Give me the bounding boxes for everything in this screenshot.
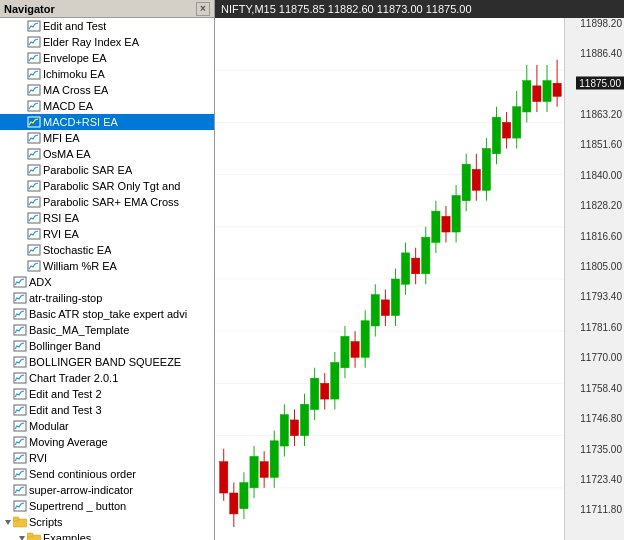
item-icon	[27, 52, 41, 64]
tree-item-examples[interactable]: Examples	[0, 530, 214, 540]
tree-item-modular[interactable]: Modular	[0, 418, 214, 434]
tree-item-william-r-ea[interactable]: William %R EA	[0, 258, 214, 274]
tree-item-edit-test-3[interactable]: Edit and Test 3	[0, 402, 214, 418]
tree-item-osma-ea[interactable]: OsMA EA	[0, 146, 214, 162]
tree-item-envelope-ea[interactable]: Envelope EA	[0, 50, 214, 66]
item-label: Basic_MA_Template	[29, 324, 129, 336]
item-icon	[27, 228, 41, 240]
price-label: 11828.20	[580, 200, 622, 211]
nav-tree[interactable]: Edit and Test Elder Ray Index EA Envelop…	[0, 18, 214, 540]
tree-item-send-cont[interactable]: Send continious order	[0, 466, 214, 482]
item-icon	[27, 132, 41, 144]
price-label: 11711.80	[580, 504, 622, 515]
chart-area: NIFTY,M15 11875.85 11882.60 11873.00 118…	[215, 0, 624, 540]
nav-close-button[interactable]: ×	[196, 2, 210, 16]
item-label: Edit and Test 2	[29, 388, 102, 400]
tree-item-mfi-ea[interactable]: MFI EA	[0, 130, 214, 146]
expand-arrow[interactable]	[4, 518, 13, 526]
svg-rect-96	[391, 279, 399, 316]
item-icon	[27, 100, 41, 112]
tree-item-scripts[interactable]: Scripts	[0, 514, 214, 530]
price-label: 11898.20	[580, 17, 622, 28]
svg-marker-34	[19, 536, 25, 540]
item-label: MA Cross EA	[43, 84, 108, 96]
tree-item-parabolic-sar-ea[interactable]: Parabolic SAR EA	[0, 162, 214, 178]
item-icon	[13, 404, 27, 416]
svg-rect-33	[13, 517, 19, 521]
svg-rect-36	[27, 533, 33, 537]
item-icon	[27, 148, 41, 160]
item-icon	[13, 420, 27, 432]
price-label: 11723.40	[580, 473, 622, 484]
tree-item-rvi-ea[interactable]: RVI EA	[0, 226, 214, 242]
svg-rect-104	[432, 211, 440, 242]
item-icon	[27, 532, 41, 540]
price-highlight-label: 11875.00	[576, 77, 624, 90]
item-label: Edit and Test 3	[29, 404, 102, 416]
tree-item-supertrend[interactable]: Supertrend _ button	[0, 498, 214, 514]
item-icon	[13, 516, 27, 528]
item-label: RSI EA	[43, 212, 79, 224]
item-label: Stochastic EA	[43, 244, 111, 256]
item-label: Bollinger Band	[29, 340, 101, 352]
tree-item-edit-test-2[interactable]: Edit and Test 2	[0, 386, 214, 402]
tree-item-super-arrow[interactable]: super-arrow-indicator	[0, 482, 214, 498]
tree-item-adx[interactable]: ADX	[0, 274, 214, 290]
chart-symbol-info: NIFTY,M15 11875.85 11882.60 11873.00 118…	[221, 3, 472, 15]
svg-rect-106	[442, 216, 450, 232]
tree-item-stochastic-ea[interactable]: Stochastic EA	[0, 242, 214, 258]
tree-item-bollinger-band[interactable]: Bollinger Band	[0, 338, 214, 354]
expand-arrow[interactable]	[18, 534, 27, 540]
tree-item-rvi[interactable]: RVI	[0, 450, 214, 466]
item-label: Edit and Test	[43, 20, 106, 32]
svg-rect-84	[331, 363, 339, 400]
svg-rect-120	[513, 107, 521, 138]
svg-rect-112	[472, 169, 480, 190]
tree-item-macd-ea[interactable]: MACD EA	[0, 98, 214, 114]
tree-item-ma-cross-ea[interactable]: MA Cross EA	[0, 82, 214, 98]
svg-rect-118	[502, 122, 510, 138]
svg-rect-72	[270, 441, 278, 478]
item-icon	[27, 84, 41, 96]
tree-item-basic-atr[interactable]: Basic ATR stop_take expert advi	[0, 306, 214, 322]
tree-item-bollinger-squeeze[interactable]: BOLLINGER BAND SQUEEZE	[0, 354, 214, 370]
item-icon	[27, 244, 41, 256]
svg-rect-86	[341, 336, 349, 367]
item-label: RVI	[29, 452, 47, 464]
item-label: MACD+RSI EA	[43, 116, 118, 128]
price-label: 11816.60	[580, 230, 622, 241]
item-label: Envelope EA	[43, 52, 107, 64]
price-axis: 11898.2011886.4011875.0011863.2011851.60…	[564, 18, 624, 540]
svg-rect-128	[553, 83, 561, 96]
tree-item-basic-ma-template[interactable]: Basic_MA_Template	[0, 322, 214, 338]
price-label: 11781.60	[580, 322, 622, 333]
tree-item-atr-trailing[interactable]: atr-trailing-stop	[0, 290, 214, 306]
svg-rect-62	[220, 462, 228, 493]
item-icon	[13, 308, 27, 320]
item-icon	[27, 68, 41, 80]
tree-item-parabolic-sar-only[interactable]: Parabolic SAR Only Tgt and	[0, 178, 214, 194]
tree-item-moving-average[interactable]: Moving Average	[0, 434, 214, 450]
item-label: Elder Ray Index EA	[43, 36, 139, 48]
tree-item-chart-trader[interactable]: Chart Trader 2.0.1	[0, 370, 214, 386]
item-label: BOLLINGER BAND SQUEEZE	[29, 356, 181, 368]
tree-item-ichimoku-ea[interactable]: Ichimoku EA	[0, 66, 214, 82]
tree-item-parabolic-sar-ema[interactable]: Parabolic SAR+ EMA Cross	[0, 194, 214, 210]
item-icon	[13, 436, 27, 448]
item-label: OsMA EA	[43, 148, 91, 160]
item-icon	[13, 324, 27, 336]
item-label: Parabolic SAR+ EMA Cross	[43, 196, 179, 208]
svg-rect-68	[250, 456, 258, 487]
tree-item-elder-ray-ea[interactable]: Elder Ray Index EA	[0, 34, 214, 50]
chart-canvas[interactable]: 11898.2011886.4011875.0011863.2011851.60…	[215, 18, 624, 540]
svg-rect-110	[462, 164, 470, 201]
item-icon	[13, 340, 27, 352]
svg-rect-80	[311, 378, 319, 409]
tree-item-rsi-ea[interactable]: RSI EA	[0, 210, 214, 226]
tree-item-macd-rsi-ea[interactable]: MACD+RSI EA	[0, 114, 214, 130]
item-label: Parabolic SAR EA	[43, 164, 132, 176]
item-icon	[27, 20, 41, 32]
item-label: William %R EA	[43, 260, 117, 272]
svg-rect-116	[492, 117, 500, 154]
tree-item-edit-and-test[interactable]: Edit and Test	[0, 18, 214, 34]
